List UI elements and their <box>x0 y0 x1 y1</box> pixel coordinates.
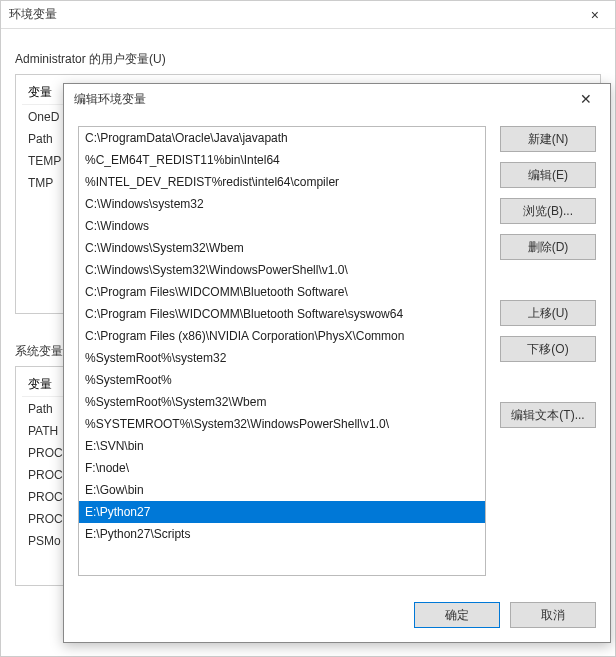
browse-button[interactable]: 浏览(B)... <box>500 198 596 224</box>
cancel-button[interactable]: 取消 <box>510 602 596 628</box>
new-button[interactable]: 新建(N) <box>500 126 596 152</box>
edit-text-button[interactable]: 编辑文本(T)... <box>500 402 596 428</box>
path-list-item[interactable]: E:\Python27\Scripts <box>79 523 485 545</box>
path-list-item[interactable]: %SystemRoot%\System32\Wbem <box>79 391 485 413</box>
path-list-item[interactable]: C:\Windows\system32 <box>79 193 485 215</box>
path-list-item[interactable]: C:\Program Files\WIDCOMM\Bluetooth Softw… <box>79 281 485 303</box>
path-list-item[interactable]: C:\Windows\System32\Wbem <box>79 237 485 259</box>
ok-button[interactable]: 确定 <box>414 602 500 628</box>
path-list-item[interactable]: F:\node\ <box>79 457 485 479</box>
dialog-title: 编辑环境变量 <box>74 91 146 108</box>
path-list-item[interactable]: C:\Windows\System32\WindowsPowerShell\v1… <box>79 259 485 281</box>
path-list-item[interactable]: C:\Program Files\WIDCOMM\Bluetooth Softw… <box>79 303 485 325</box>
delete-button[interactable]: 删除(D) <box>500 234 596 260</box>
path-list-item[interactable]: %SystemRoot%\system32 <box>79 347 485 369</box>
main-titlebar: 环境变量 × <box>1 1 615 29</box>
path-list-item[interactable]: E:\SVN\bin <box>79 435 485 457</box>
environment-variables-window: 环境变量 × Administrator 的用户变量(U) 变量 OneDPat… <box>0 0 616 657</box>
path-list-item[interactable]: C:\ProgramData\Oracle\Java\javapath <box>79 127 485 149</box>
dialog-button-column: 新建(N) 编辑(E) 浏览(B)... 删除(D) 上移(U) 下移(O) 编… <box>500 126 596 588</box>
main-window-title: 环境变量 <box>9 6 57 23</box>
button-spacer-2 <box>500 372 596 392</box>
path-list-item[interactable]: E:\Gow\bin <box>79 479 485 501</box>
path-list[interactable]: C:\ProgramData\Oracle\Java\javapath%C_EM… <box>78 126 486 576</box>
edit-env-var-dialog: 编辑环境变量 ✕ C:\ProgramData\Oracle\Java\java… <box>63 83 611 643</box>
path-list-item[interactable]: %SYSTEMROOT%\System32\WindowsPowerShell\… <box>79 413 485 435</box>
user-vars-label: Administrator 的用户变量(U) <box>15 51 601 68</box>
path-list-item[interactable]: %C_EM64T_REDIST11%bin\Intel64 <box>79 149 485 171</box>
dialog-body: C:\ProgramData\Oracle\Java\javapath%C_EM… <box>64 114 610 588</box>
path-list-item[interactable]: E:\Python27 <box>79 501 485 523</box>
edit-button[interactable]: 编辑(E) <box>500 162 596 188</box>
main-close-button[interactable]: × <box>583 7 607 23</box>
dialog-titlebar: 编辑环境变量 ✕ <box>64 84 610 114</box>
path-list-item[interactable]: C:\Windows <box>79 215 485 237</box>
move-up-button[interactable]: 上移(U) <box>500 300 596 326</box>
button-spacer-1 <box>500 270 596 290</box>
dialog-close-button[interactable]: ✕ <box>566 86 606 112</box>
close-icon: ✕ <box>580 91 592 107</box>
path-list-item[interactable]: C:\Program Files (x86)\NVIDIA Corporatio… <box>79 325 485 347</box>
move-down-button[interactable]: 下移(O) <box>500 336 596 362</box>
dialog-footer: 确定 取消 <box>64 588 610 642</box>
path-list-item[interactable]: %SystemRoot% <box>79 369 485 391</box>
path-list-item[interactable]: %INTEL_DEV_REDIST%redist\intel64\compile… <box>79 171 485 193</box>
